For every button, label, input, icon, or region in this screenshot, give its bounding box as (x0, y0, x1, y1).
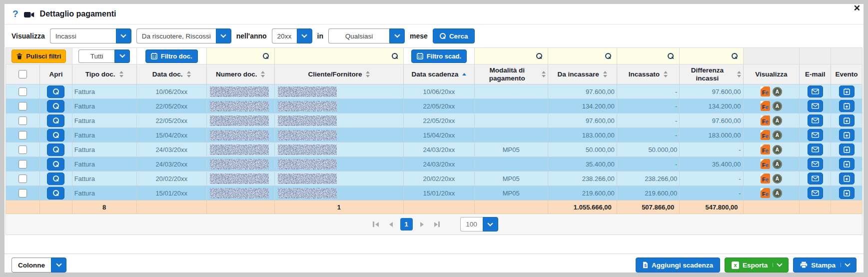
tutti-select[interactable]: Tutti (78, 50, 130, 63)
fattura-elettronica-icon[interactable]: Fe (761, 86, 770, 96)
chevron-down-icon[interactable] (389, 28, 405, 44)
cerca-button[interactable]: Cerca (433, 28, 475, 44)
email-button[interactable] (808, 100, 823, 112)
mese-select[interactable]: Qualsiasi (328, 28, 405, 44)
data-scadenza-cell: 15/04/20xx (404, 128, 475, 142)
email-button[interactable] (808, 129, 823, 141)
tipo-movimento-select[interactable]: Incassi (50, 28, 131, 44)
evento-button[interactable] (839, 129, 855, 141)
apri-button[interactable] (47, 172, 64, 185)
col-header-data-scadenza[interactable]: Data scadenza (404, 64, 475, 84)
conservazione-icon[interactable]: A (773, 102, 782, 111)
fattura-elettronica-icon[interactable]: Fe (761, 174, 770, 184)
row-checkbox[interactable] (18, 189, 27, 198)
col-header-tipo-doc[interactable]: Tipo doc. (72, 64, 136, 84)
sort-icon (119, 71, 123, 78)
email-button[interactable] (808, 158, 823, 170)
filter-input-incassato[interactable] (617, 48, 679, 64)
row-checkbox[interactable] (18, 131, 27, 140)
fattura-elettronica-icon[interactable]: Fe (761, 130, 770, 140)
conservazione-icon[interactable]: A (773, 174, 782, 184)
prev-page-button[interactable] (386, 220, 396, 230)
email-button[interactable] (808, 86, 823, 98)
fattura-elettronica-icon[interactable]: Fe (761, 188, 770, 198)
col-header-data-doc[interactable]: Data doc. (136, 64, 206, 84)
aggiungi-scadenza-button[interactable]: $ Aggiungi scadenza (636, 258, 720, 272)
evento-button[interactable] (839, 144, 855, 156)
chevron-down-icon[interactable] (297, 28, 312, 44)
row-checkbox[interactable] (18, 116, 27, 125)
fattura-elettronica-icon[interactable]: Fe (761, 116, 770, 126)
col-header-cliente-fornitore[interactable]: Cliente/Fornitore (274, 64, 403, 84)
fattura-elettronica-icon[interactable]: Fe (761, 101, 770, 111)
apri-button[interactable] (47, 100, 64, 112)
help-icon[interactable]: ? (12, 8, 18, 20)
email-button[interactable] (808, 144, 823, 156)
apri-button[interactable] (47, 158, 64, 170)
conservazione-icon[interactable]: A (773, 188, 782, 198)
stato-riscossione-select[interactable]: Da riscuotere, Riscossi (136, 28, 231, 44)
col-header-modalita-pagamento[interactable]: Modalità di pagamento (474, 64, 548, 84)
select-all-checkbox[interactable] (18, 70, 27, 78)
fattura-elettronica-icon[interactable]: Fe (761, 144, 770, 154)
anno-select[interactable]: 20xx (272, 28, 312, 44)
last-page-button[interactable] (431, 219, 443, 230)
chevron-down-icon[interactable] (116, 28, 131, 44)
filter-input-cliente-fornitore[interactable] (274, 48, 403, 64)
pulisci-filtri-button[interactable]: Pulisci filtri (11, 50, 66, 63)
apri-button[interactable] (47, 187, 64, 200)
apri-button[interactable] (47, 129, 64, 142)
row-checkbox[interactable] (18, 160, 27, 168)
colonne-select[interactable]: Colonne (11, 258, 66, 272)
sort-icon (187, 71, 191, 78)
page-size-select[interactable]: 100 (460, 217, 498, 232)
esporta-button[interactable]: x Esporta (725, 258, 789, 272)
first-page-button[interactable] (370, 219, 381, 230)
evento-button[interactable] (839, 114, 855, 126)
col-header-da-incassare[interactable]: Da incassare (548, 64, 617, 84)
filter-input-differenza-incassi[interactable] (680, 48, 743, 64)
apri-button[interactable] (47, 144, 64, 156)
current-page[interactable]: 1 (400, 218, 413, 230)
filter-input-da-incassare[interactable] (548, 48, 617, 64)
close-icon[interactable]: ✕ (854, 4, 861, 12)
conservazione-icon[interactable]: A (773, 130, 782, 140)
row-checkbox[interactable] (18, 102, 27, 110)
row-checkbox[interactable] (18, 88, 27, 96)
apri-button[interactable] (47, 86, 64, 98)
sort-icon (737, 71, 741, 78)
row-checkbox[interactable] (18, 174, 27, 183)
conservazione-icon[interactable]: A (773, 87, 782, 96)
evento-button[interactable] (839, 172, 855, 184)
filtro-scad-button[interactable]: Filtro scad. (411, 50, 467, 63)
chevron-down-icon[interactable] (114, 50, 130, 63)
chevron-down-icon[interactable] (841, 263, 850, 267)
chevron-down-icon[interactable] (51, 258, 66, 272)
email-button[interactable] (808, 114, 823, 126)
email-button[interactable] (808, 172, 823, 184)
col-header-differenza-incassi[interactable]: Differenza incassi (680, 64, 743, 84)
evento-button[interactable] (839, 100, 855, 112)
col-header-numero-doc[interactable]: Numero doc. (206, 64, 274, 84)
chevron-down-icon[interactable] (216, 28, 231, 44)
chevron-down-icon[interactable] (773, 263, 782, 267)
incassato-cell: - (617, 99, 679, 114)
video-camera-icon[interactable] (24, 12, 34, 18)
evento-button[interactable] (839, 86, 855, 98)
fattura-elettronica-icon[interactable]: Fe (761, 159, 770, 169)
conservazione-icon[interactable]: A (773, 145, 782, 154)
stampa-button[interactable]: Stampa (793, 258, 857, 272)
evento-button[interactable] (839, 187, 855, 199)
conservazione-icon[interactable]: A (773, 116, 782, 126)
conservazione-icon[interactable]: A (773, 160, 782, 169)
email-button[interactable] (808, 187, 823, 199)
row-checkbox[interactable] (18, 146, 27, 154)
filtro-doc-button[interactable]: Filtro doc. (145, 50, 198, 63)
col-header-incassato[interactable]: Incassato (617, 64, 679, 84)
chevron-down-icon[interactable] (483, 217, 498, 232)
filter-input-numero-doc[interactable] (206, 48, 274, 64)
apri-button[interactable] (47, 114, 64, 127)
next-page-button[interactable] (417, 220, 427, 230)
filter-input-modalita-pagamento[interactable] (474, 48, 548, 64)
evento-button[interactable] (839, 158, 855, 170)
